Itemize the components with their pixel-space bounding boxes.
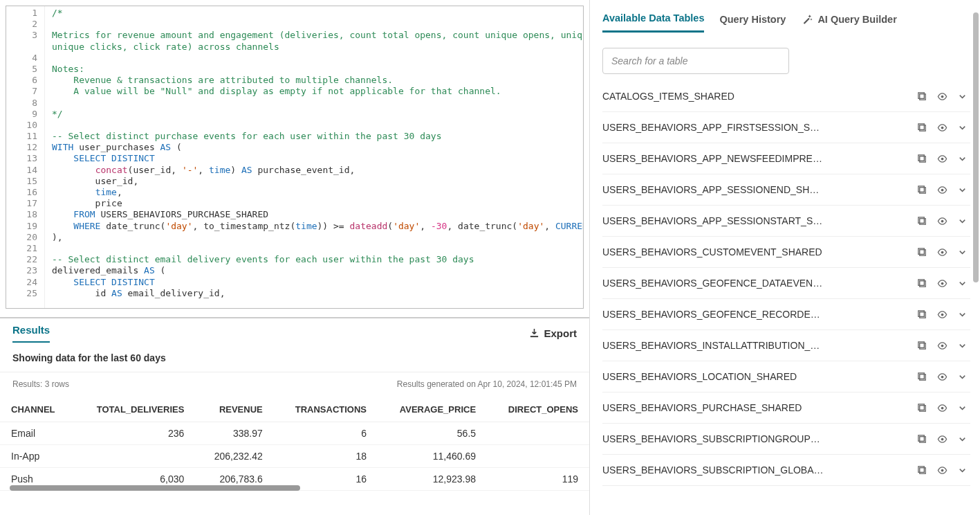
copy-icon[interactable]: [917, 372, 927, 382]
data-table-row[interactable]: CATALOGS_ITEMS_SHARED: [602, 81, 970, 112]
tab-query-history[interactable]: Query History: [719, 14, 786, 32]
data-table-row[interactable]: USERS_BEHAVIORS_GEOFENCE_DATAEVENT_SHAR.…: [602, 268, 970, 299]
chevron-down-icon[interactable]: [957, 278, 968, 289]
data-table-row[interactable]: USERS_BEHAVIORS_GEOFENCE_RECORDEVENT_S..…: [602, 299, 970, 330]
eye-icon[interactable]: [937, 123, 947, 133]
tab-available-tables[interactable]: Available Data Tables: [602, 12, 704, 33]
copy-icon[interactable]: [917, 309, 927, 320]
column-header[interactable]: AVERAGE_PRICE: [378, 397, 487, 422]
svg-point-26: [941, 344, 944, 347]
copy-icon[interactable]: [917, 154, 927, 164]
data-table-row[interactable]: USERS_BEHAVIORS_APP_SESSIONEND_SHARED: [602, 174, 970, 206]
chevron-down-icon[interactable]: [957, 185, 968, 195]
eye-icon[interactable]: [937, 247, 947, 258]
tab-ai-query-builder[interactable]: AI Query Builder: [801, 13, 896, 33]
table-cell: 236: [73, 422, 195, 445]
chevron-down-icon[interactable]: [957, 154, 968, 164]
copy-icon[interactable]: [917, 185, 927, 195]
chevron-down-icon[interactable]: [957, 91, 968, 102]
chevron-down-icon[interactable]: [957, 403, 968, 413]
code-line[interactable]: /*: [52, 8, 583, 19]
column-header[interactable]: TOTAL_DELIVERIES: [73, 397, 195, 422]
code-line[interactable]: delivered_emails AS (: [52, 265, 583, 276]
code-line[interactable]: [52, 53, 583, 64]
code-line[interactable]: -- Select distinct purchase events for e…: [52, 131, 583, 142]
data-table-row[interactable]: USERS_BEHAVIORS_APP_FIRSTSESSION_SHARED: [602, 112, 970, 143]
copy-icon[interactable]: [917, 91, 927, 102]
results-tab[interactable]: Results: [12, 324, 50, 343]
copy-icon[interactable]: [917, 123, 927, 133]
copy-icon[interactable]: [917, 465, 927, 476]
copy-icon[interactable]: [917, 278, 927, 289]
eye-icon[interactable]: [937, 341, 947, 351]
copy-icon[interactable]: [917, 247, 927, 258]
data-table-row[interactable]: USERS_BEHAVIORS_CUSTOMEVENT_SHARED: [602, 237, 970, 268]
chevron-down-icon[interactable]: [957, 123, 968, 133]
chevron-down-icon[interactable]: [957, 309, 968, 320]
eye-icon[interactable]: [937, 185, 947, 195]
line-number: 25: [6, 288, 37, 299]
data-table-row[interactable]: USERS_BEHAVIORS_SUBSCRIPTION_GLOBALSTATE…: [602, 455, 970, 486]
line-number: 21: [6, 243, 37, 254]
code-line[interactable]: SELECT DISTINCT: [52, 277, 583, 288]
eye-icon[interactable]: [937, 372, 947, 382]
export-button[interactable]: Export: [529, 327, 577, 339]
code-line[interactable]: ),: [52, 232, 583, 243]
chevron-down-icon[interactable]: [957, 216, 968, 226]
column-header[interactable]: REVENUE: [195, 397, 273, 422]
code-line[interactable]: WITH user_purchases AS (: [52, 142, 583, 153]
code-body[interactable]: /*Metrics for revenue amount and engagem…: [45, 6, 583, 308]
data-table-row[interactable]: USERS_BEHAVIORS_APP_NEWSFEEDIMPRESSION_.…: [602, 143, 970, 174]
code-line[interactable]: concat(user_id, '-', time) AS purchase_e…: [52, 165, 583, 176]
copy-icon[interactable]: [917, 216, 927, 226]
code-line[interactable]: unique clicks, click rate) across channe…: [52, 42, 583, 53]
code-line[interactable]: price: [52, 198, 583, 209]
chevron-down-icon[interactable]: [957, 434, 968, 444]
code-line[interactable]: -- Select distinct email delivery events…: [52, 254, 583, 265]
code-line[interactable]: time,: [52, 187, 583, 198]
code-line[interactable]: [52, 19, 583, 30]
column-header[interactable]: CHANNEL: [0, 397, 73, 422]
code-line[interactable]: A value will be "Null" and display as em…: [52, 86, 583, 97]
code-line[interactable]: FROM USERS_BEHAVIORS_PURCHASE_SHARED: [52, 209, 583, 220]
code-line[interactable]: [52, 98, 583, 109]
code-line[interactable]: [52, 120, 583, 131]
data-table-row[interactable]: USERS_BEHAVIORS_INSTALLATTRIBUTION_SHARE…: [602, 330, 970, 361]
code-line[interactable]: SELECT DISTINCT: [52, 153, 583, 164]
eye-icon[interactable]: [937, 434, 947, 444]
data-table-row[interactable]: USERS_BEHAVIORS_PURCHASE_SHARED: [602, 392, 970, 424]
eye-icon[interactable]: [937, 278, 947, 289]
chevron-down-icon[interactable]: [957, 341, 968, 351]
data-table-row[interactable]: USERS_BEHAVIORS_LOCATION_SHARED: [602, 361, 970, 392]
code-line[interactable]: user_id,: [52, 176, 583, 187]
eye-icon[interactable]: [937, 91, 947, 102]
eye-icon[interactable]: [937, 465, 947, 476]
sql-editor[interactable]: 1234567891011121314151617181920212223242…: [6, 6, 584, 309]
copy-icon[interactable]: [917, 434, 927, 444]
code-line[interactable]: Notes:: [52, 64, 583, 75]
chevron-down-icon[interactable]: [957, 465, 968, 476]
eye-icon[interactable]: [937, 154, 947, 164]
data-table-row[interactable]: USERS_BEHAVIORS_APP_SESSIONSTART_SHARED: [602, 206, 970, 237]
svg-point-14: [941, 219, 944, 222]
column-header[interactable]: TRANSACTIONS: [274, 397, 378, 422]
data-table-row[interactable]: USERS_BEHAVIORS_SUBSCRIPTIONGROUP_STATE.…: [602, 424, 970, 455]
copy-icon[interactable]: [917, 403, 927, 413]
eye-icon[interactable]: [937, 403, 947, 413]
code-line[interactable]: */: [52, 109, 583, 120]
code-line[interactable]: WHERE date_trunc('day', to_timestamp_ntz…: [52, 221, 583, 232]
chevron-down-icon[interactable]: [957, 247, 968, 258]
code-line[interactable]: Metrics for revenue amount and engagemen…: [52, 30, 583, 41]
vertical-scrollbar[interactable]: [973, 12, 979, 282]
table-actions: [917, 465, 968, 476]
code-line[interactable]: Revenue & transactions are attributed to…: [52, 75, 583, 86]
horizontal-scrollbar[interactable]: [10, 485, 300, 491]
eye-icon[interactable]: [937, 216, 947, 226]
copy-icon[interactable]: [917, 341, 927, 351]
search-input[interactable]: [602, 48, 789, 74]
column-header[interactable]: DIRECT_OPENS: [487, 397, 589, 422]
code-line[interactable]: [52, 243, 583, 254]
code-line[interactable]: id AS email_delivery_id,: [52, 288, 583, 299]
chevron-down-icon[interactable]: [957, 372, 968, 382]
eye-icon[interactable]: [937, 309, 947, 320]
